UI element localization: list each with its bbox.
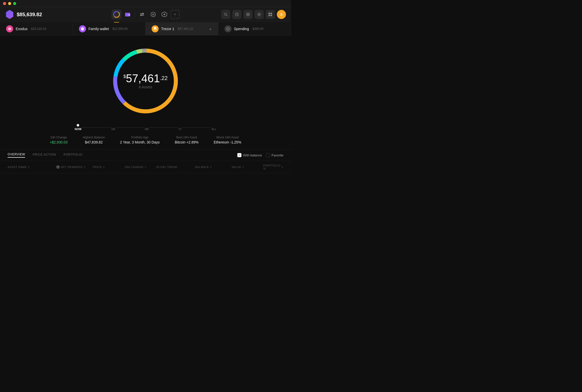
timeline-label-1y: 1Y — [178, 128, 182, 131]
nav-divider — [135, 11, 135, 17]
stat-best-asset: Best 24H Asset Bitcoin +2.89% — [175, 136, 199, 144]
nav-wallet-button[interactable] — [123, 9, 133, 19]
th-apy-rewards[interactable]: ? APY REWARDS ⇅ — [56, 165, 93, 169]
sort-change-icon: ⇅ — [145, 166, 147, 168]
timeline-line-3 — [149, 127, 178, 128]
svg-point-6 — [154, 14, 154, 14]
tabs-bar: OVERVIEW PRICE ACTION PORTFOLIO ✓ With b… — [0, 150, 291, 161]
wallet-family[interactable]: Family wallet $12,500.00 — [73, 22, 146, 35]
timeline-6m[interactable]: 6M — [145, 124, 149, 131]
timeline-1y[interactable]: 1Y — [178, 124, 182, 131]
timeline-1m[interactable]: 1M — [111, 124, 115, 131]
wallet-bar: Exodus $15,318.10 Family wallet $12,500.… — [0, 22, 291, 35]
stat-age-label: Portfolio Age — [120, 136, 159, 139]
timeline-line-2 — [115, 127, 145, 128]
tab-price-action[interactable]: PRICE ACTION — [33, 153, 56, 157]
th-value[interactable]: VALUE ⇅ — [232, 166, 263, 169]
th-24h-change[interactable]: 24H CHANGE ⇅ — [124, 166, 156, 169]
settings-icon — [257, 12, 261, 16]
network-button[interactable] — [243, 10, 253, 19]
trezor-icon — [152, 25, 159, 32]
donut-chart: $ 57,461 .22 6 Assets — [108, 43, 183, 119]
with-balance-label: With balance — [243, 153, 262, 157]
favorite-checkbox[interactable] — [266, 153, 270, 157]
th-asset-name[interactable]: ASSET NAME ⇅ — [8, 166, 56, 169]
timeline-all[interactable]: ALL — [211, 124, 216, 131]
timeline-line-1 — [81, 127, 111, 128]
wallet-exodus-balance: $15,318.10 — [31, 27, 46, 31]
topbar: $85,639.82 — [0, 7, 291, 22]
titlebar — [0, 0, 291, 7]
nav-add-new-button[interactable]: + — [171, 10, 180, 19]
sort-asset-icon: ⇅ — [28, 166, 30, 168]
timeline-label-6m: 6M — [145, 128, 149, 131]
timeline-now[interactable]: NOW — [75, 124, 81, 131]
stat-best-value: Bitcoin +2.89% — [175, 140, 199, 144]
settings-button[interactable] — [255, 10, 264, 19]
topbar-right: S — [221, 10, 286, 19]
filter-favorite[interactable]: Favorite — [266, 153, 283, 157]
social-icon — [151, 12, 156, 17]
nav-swap-button[interactable] — [137, 9, 147, 19]
wallet-spending[interactable]: $ Spending $360.50 — [218, 22, 291, 35]
avatar[interactable]: S — [277, 10, 286, 19]
svg-rect-24 — [154, 29, 156, 30]
table-header: ASSET NAME ⇅ ? APY REWARDS ⇅ PRICE ⇅ 24H… — [0, 161, 291, 173]
stats-row: 24h Change +$2,930.03 Highest Balance $4… — [0, 131, 291, 150]
svg-point-5 — [152, 14, 153, 14]
wallet-trezor[interactable]: Trezor 1 $57,461.22 ▲ — [146, 22, 218, 35]
filter-with-balance[interactable]: ✓ With balance — [237, 153, 262, 157]
nav-portfolio-button[interactable] — [112, 9, 122, 19]
stat-worst-asset: Worst 24H Asset Ethereum -1,25% — [214, 136, 241, 144]
minimize-button[interactable] — [8, 2, 11, 5]
wallet-family-name: Family wallet — [89, 27, 109, 31]
search-icon — [224, 12, 228, 16]
donut-assets-label: 6 Assets — [123, 85, 168, 89]
th-price[interactable]: PRICE ⇅ — [93, 166, 124, 169]
timeline-dot-now — [77, 124, 79, 127]
trezor-expand-icon: ▲ — [209, 27, 212, 31]
stat-highest-label: Highest Balance — [83, 136, 105, 139]
stat-24h-value: +$2,930.03 — [50, 140, 67, 144]
th-balance[interactable]: BALANCE ⇅ — [195, 166, 232, 169]
timeline: NOW 1M 6M 1Y ALL — [70, 124, 221, 131]
stat-best-label: Best 24H Asset — [175, 136, 199, 139]
topbar-nav: + — [112, 9, 180, 19]
grid-button[interactable] — [266, 10, 275, 19]
network-icon — [246, 12, 250, 16]
wallet-folder-icon — [125, 12, 131, 17]
stat-worst-label: Worst 24H Asset — [214, 136, 241, 139]
tab-overview[interactable]: OVERVIEW — [8, 153, 25, 158]
wallet-exodus-name: Exodus — [16, 27, 28, 31]
donut-currency-symbol: $ — [123, 74, 126, 79]
close-button[interactable] — [3, 2, 6, 5]
tab-portfolio[interactable]: PORTFOLIO — [64, 153, 82, 157]
search-button[interactable] — [221, 10, 230, 19]
history-button[interactable] — [232, 10, 241, 19]
wallet-exodus[interactable]: Exodus $15,318.10 — [0, 22, 73, 35]
donut-amount-main: 57,461 — [126, 73, 160, 84]
sort-value-icon: ⇅ — [242, 166, 244, 168]
timeline-line-4 — [182, 127, 211, 128]
nav-add-wallet-button[interactable] — [159, 9, 170, 19]
maximize-button[interactable] — [13, 2, 16, 5]
svg-text:$: $ — [227, 28, 228, 30]
favorite-label: Favorite — [272, 153, 283, 157]
stat-highest-value: $47,839.82 — [83, 140, 105, 144]
topbar-left: $85,639.82 — [5, 10, 51, 19]
app-logo[interactable] — [5, 10, 14, 19]
with-balance-checkbox[interactable]: ✓ — [237, 153, 241, 157]
donut-amount-decimal: .22 — [160, 75, 168, 81]
total-balance: $85,639.82 — [17, 12, 42, 17]
svg-line-11 — [226, 15, 227, 16]
nav-social-button[interactable] — [148, 9, 158, 19]
th-portfolio-pct[interactable]: PORTFOLIO % ⇅ — [263, 164, 283, 170]
stat-24h-label: 24h Change — [50, 136, 67, 139]
wallet-family-balance: $12,500.00 — [112, 27, 128, 31]
donut-center: $ 57,461 .22 6 Assets — [123, 73, 168, 89]
add-wallet-icon — [162, 12, 167, 17]
apy-help-icon[interactable]: ? — [56, 165, 60, 169]
stat-24h-change: 24h Change +$2,930.03 — [50, 136, 67, 144]
th-30day-trend: 30 DAY TREND — [156, 166, 195, 169]
svg-rect-20 — [271, 15, 272, 16]
